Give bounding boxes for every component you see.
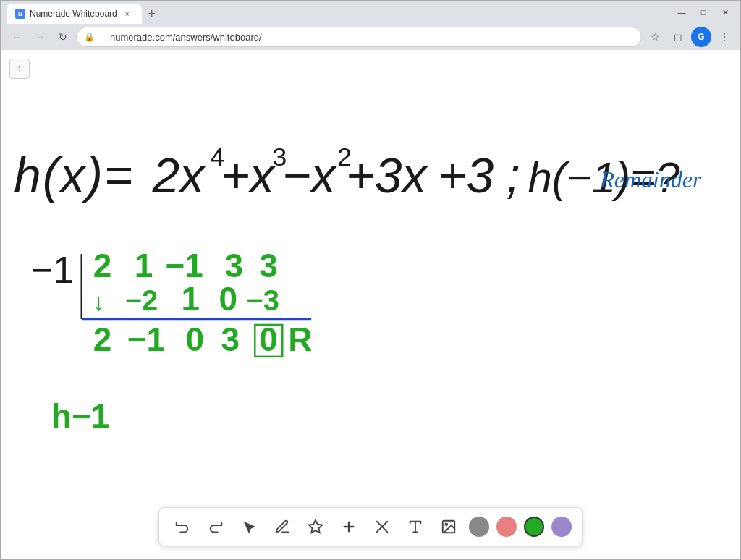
new-tab-button[interactable]: + xyxy=(142,4,162,24)
text-tool-button[interactable] xyxy=(402,514,428,540)
tab-close-button[interactable]: × xyxy=(122,8,133,20)
tab-title: Numerade Whiteboard xyxy=(30,9,117,19)
svg-text:2: 2 xyxy=(93,247,112,284)
svg-text:h(x)=: h(x)= xyxy=(14,148,134,203)
svg-text:−2: −2 xyxy=(125,284,158,316)
math-content-svg: h(x)= 2x 4 +x 3 −x 2 +3x +3 ; h(−1)=? Re… xyxy=(1,50,740,559)
svg-point-41 xyxy=(445,523,447,525)
minimize-button[interactable]: — xyxy=(672,3,691,22)
url-bar[interactable]: 🔒 numerade.com/answers/whiteboard/ xyxy=(76,27,642,47)
color-pink[interactable] xyxy=(496,517,517,537)
browser-toolbar-icons: ☆ ◻ G ⋮ xyxy=(645,27,734,47)
svg-text:−3: −3 xyxy=(246,284,279,316)
maximize-button[interactable]: □ xyxy=(694,3,713,22)
svg-text:2x: 2x xyxy=(152,148,206,203)
svg-text:1: 1 xyxy=(135,247,153,284)
svg-text:+3x: +3x xyxy=(346,148,428,203)
bookmark-button[interactable]: ☆ xyxy=(645,27,665,47)
svg-text:3: 3 xyxy=(224,247,243,284)
color-gray[interactable] xyxy=(469,517,489,537)
select-tool-button[interactable] xyxy=(236,514,262,540)
pen-tool-button[interactable] xyxy=(269,514,295,540)
color-green[interactable] xyxy=(524,517,544,537)
extensions-button[interactable]: ◻ xyxy=(668,27,688,47)
svg-text:;: ; xyxy=(507,148,520,203)
svg-text:Remainder: Remainder xyxy=(599,167,702,192)
svg-text:0: 0 xyxy=(259,321,278,358)
image-tool-button[interactable] xyxy=(436,514,462,540)
address-bar: ← → ↻ 🔒 numerade.com/answers/whiteboard/… xyxy=(1,24,740,50)
add-button[interactable] xyxy=(336,514,362,540)
color-purple[interactable] xyxy=(551,517,572,537)
back-button[interactable]: ← xyxy=(7,27,27,47)
title-bar: N Numerade Whiteboard × + — □ ✕ xyxy=(1,1,740,24)
forward-button[interactable]: → xyxy=(30,27,50,47)
tab-favicon: N xyxy=(15,9,25,19)
svg-text:R: R xyxy=(288,321,312,358)
svg-text:h−1: h−1 xyxy=(51,397,109,435)
svg-text:+x: +x xyxy=(221,148,276,203)
window-controls: — □ ✕ xyxy=(672,3,734,22)
active-tab[interactable]: N Numerade Whiteboard × xyxy=(7,4,142,24)
svg-text:1: 1 xyxy=(182,280,200,318)
undo-button[interactable] xyxy=(169,514,195,540)
svg-text:0: 0 xyxy=(219,280,237,318)
eraser-tool-button[interactable] xyxy=(369,514,395,540)
whiteboard-toolbar xyxy=(158,507,583,546)
svg-text:−x: −x xyxy=(282,148,337,203)
browser-window: N Numerade Whiteboard × + — □ ✕ ← → ↻ 🔒 … xyxy=(0,0,741,560)
lock-icon: 🔒 xyxy=(84,32,95,42)
svg-text:−1: −1 xyxy=(31,249,74,291)
svg-text:↓: ↓ xyxy=(93,289,105,315)
svg-text:+3: +3 xyxy=(438,148,494,203)
shapes-tool-button[interactable] xyxy=(302,514,329,540)
whiteboard-canvas[interactable]: 1 h(x)= 2x 4 +x 3 −x 2 +3x +3 ; h(−1)=? xyxy=(1,50,740,559)
svg-text:−1: −1 xyxy=(166,247,203,284)
close-button[interactable]: ✕ xyxy=(716,3,734,22)
svg-text:2: 2 xyxy=(93,321,112,358)
svg-text:3: 3 xyxy=(259,247,278,284)
redo-button[interactable] xyxy=(203,514,229,540)
profile-button[interactable]: G xyxy=(691,27,711,47)
reload-button[interactable]: ↻ xyxy=(53,27,73,47)
svg-text:3: 3 xyxy=(221,321,240,358)
svg-text:0: 0 xyxy=(186,321,205,358)
url-text: numerade.com/answers/whiteboard/ xyxy=(110,32,262,43)
svg-text:−1: −1 xyxy=(127,321,165,358)
menu-button[interactable]: ⋮ xyxy=(714,27,734,47)
svg-marker-33 xyxy=(309,520,322,533)
tab-bar: N Numerade Whiteboard × + xyxy=(7,1,672,24)
